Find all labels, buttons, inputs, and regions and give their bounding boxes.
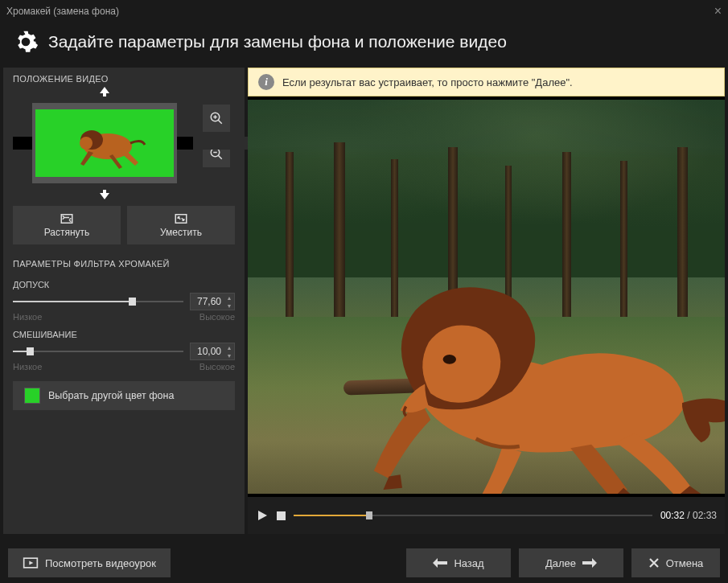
spin-down-icon[interactable]: ▼ — [224, 302, 234, 310]
next-label: Далее — [545, 557, 576, 569]
blend-high: Высокое — [199, 362, 235, 372]
video-preview[interactable] — [248, 100, 725, 494]
stretch-button[interactable]: Растянуть — [13, 206, 121, 244]
tolerance-slider[interactable] — [13, 294, 183, 309]
fit-button[interactable]: Уместить — [127, 206, 235, 244]
tolerance-high: Высокое — [199, 312, 235, 322]
position-editor[interactable] — [13, 87, 196, 199]
time-current: 00:32 — [660, 510, 685, 521]
next-button[interactable]: Далее — [519, 548, 623, 577]
info-bar: i Если результат вас устраивает, то прос… — [248, 68, 725, 96]
stop-button[interactable] — [277, 511, 286, 520]
cancel-label: Отмена — [666, 557, 704, 569]
filter-section-label: ПАРАМЕТРЫ ФИЛЬТРА ХРОМАКЕЙ — [13, 252, 235, 272]
svg-point-7 — [443, 355, 456, 364]
tolerance-input[interactable]: 77,60 ▲▼ — [190, 293, 235, 310]
time-total: 02:33 — [693, 510, 717, 521]
fit-label: Уместить — [160, 227, 202, 238]
page-title: Задайте параметры для замены фона и поло… — [48, 32, 507, 51]
blend-input[interactable]: 10,00 ▲▼ — [190, 343, 235, 360]
left-panel: ПОЛОЖЕНИЕ ВИДЕО — [3, 68, 245, 534]
pick-color-label: Выбрать другой цвет фона — [48, 390, 174, 401]
blend-label: СМЕШИВАНИЕ — [13, 330, 235, 339]
back-label: Назад — [454, 557, 483, 569]
tolerance-label: ДОПУСК — [13, 280, 235, 289]
back-button[interactable]: Назад — [406, 548, 511, 577]
blend-value: 10,00 — [191, 346, 224, 357]
window-title: Хромакей (замена фона) — [6, 6, 119, 17]
cancel-button[interactable]: Отмена — [631, 548, 720, 577]
lion-overlay — [248, 100, 725, 494]
time-display: 00:32 / 02:33 — [660, 510, 717, 521]
arrow-down-icon[interactable] — [98, 190, 111, 199]
zoom-in-button[interactable] — [203, 105, 230, 132]
color-swatch — [24, 388, 40, 404]
seek-bar[interactable] — [294, 507, 652, 523]
tolerance-value: 77,60 — [191, 296, 224, 307]
play-button[interactable] — [256, 509, 269, 522]
svg-rect-6 — [175, 215, 187, 224]
arrow-up-icon[interactable] — [98, 87, 111, 96]
spin-down-icon[interactable]: ▼ — [224, 351, 234, 359]
svg-point-2 — [80, 137, 93, 150]
blend-low: Низкое — [13, 362, 42, 372]
tutorial-label: Посмотреть видеоурок — [45, 557, 156, 569]
tutorial-button[interactable]: Посмотреть видеоурок — [8, 548, 171, 577]
tolerance-low: Низкое — [13, 312, 42, 322]
close-icon[interactable]: × — [714, 4, 722, 18]
position-thumbnail[interactable] — [32, 103, 177, 183]
info-icon: i — [258, 74, 274, 90]
pick-color-button[interactable]: Выбрать другой цвет фона — [13, 381, 235, 410]
blend-slider[interactable] — [13, 344, 183, 359]
spin-up-icon[interactable]: ▲ — [224, 343, 234, 351]
position-section-label: ПОЛОЖЕНИЕ ВИДЕО — [13, 68, 235, 87]
gear-icon — [13, 29, 39, 55]
player-controls: 00:32 / 02:33 — [248, 497, 725, 534]
info-text: Если результат вас устраивает, то просто… — [282, 76, 573, 88]
stretch-label: Растянуть — [44, 227, 90, 238]
preview-panel: i Если результат вас устраивает, то прос… — [248, 68, 725, 534]
spin-up-icon[interactable]: ▲ — [224, 294, 234, 302]
